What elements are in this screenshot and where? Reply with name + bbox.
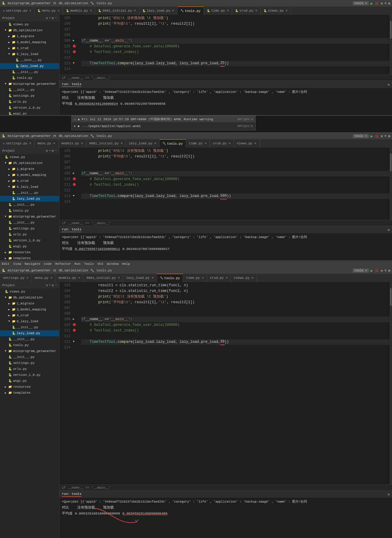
tree-item-mini-init-3[interactable]: 🐍 __init__.py [0, 354, 59, 360]
terminal-gear-2[interactable]: ⚙ [388, 228, 390, 232]
tree-item-lazyloadpy-3[interactable]: 🐍 lazy_load.py [0, 330, 59, 336]
tree-item-mini-wsgi[interactable]: 🐍 wsgi.py [0, 111, 59, 115]
tab-0001-2[interactable]: 0001_initial.py × [86, 139, 126, 148]
tree-item-init2-2[interactable]: 🐍 __init__.py [0, 202, 59, 208]
tab-crud-1[interactable]: 🐍 crud.py × [232, 7, 260, 15]
tree-item-mini-urls[interactable]: 🐍 urls.py [0, 99, 59, 105]
scrollbar-v-2[interactable] [390, 148, 392, 220]
tree-item-migrate[interactable]: ▶ 📁 1_migrate [0, 33, 59, 39]
tree-item-mini-wsgi-3[interactable]: 🐍 wsgi.py [0, 378, 59, 384]
tree-item-model-2[interactable]: ▶ 📁 3_model_mapping [0, 172, 59, 178]
tab-lazyload-3[interactable]: lazy_load.py × [123, 274, 157, 282]
tab-tools-2[interactable]: 🔧 tools.py [160, 139, 186, 148]
terminal-tab-run-2[interactable]: run: tools [62, 228, 81, 232]
tree-item-lazyload-2[interactable]: ▼ 📁 6_lazy_load [0, 184, 59, 190]
tab-crud-2[interactable]: crud.py × [210, 139, 234, 148]
tab-menu-3[interactable]: menu.py × [32, 274, 56, 282]
sidebar-icon-split[interactable]: ÷ [49, 16, 51, 20]
sidebar-icon-gear-2[interactable]: ⚙ [52, 149, 54, 153]
tools-btn-3[interactable]: tools ▾ [353, 268, 369, 273]
tree-item-views[interactable]: 🐍 views.py [0, 21, 59, 27]
tab-crud-3[interactable]: crud.py × [207, 274, 231, 282]
debug-btn-2[interactable]: 🐞 [375, 134, 379, 138]
sidebar-icon-gear-3[interactable]: ⚙ [52, 284, 54, 287]
menu-run[interactable]: Run [75, 262, 81, 266]
tree-item-crud[interactable]: ▶ 📁 4_crud [0, 45, 59, 51]
tab-lazyload-2[interactable]: lazy_load.py × [126, 139, 160, 148]
sidebar-icon-settings-3[interactable]: ⊙ [46, 284, 48, 287]
tree-item-views-3[interactable]: 🐍 views.py [0, 289, 59, 295]
tree-item-mini-urls-3[interactable]: 🐍 urls.py [0, 366, 59, 372]
menu-navigate[interactable]: Navigate [25, 262, 40, 266]
split-icon-2[interactable]: ⊞ [388, 134, 390, 138]
code-content-2[interactable]: print('对比\t 没有预加载 \t 预加载') print('平均值\t'… [78, 148, 390, 220]
tree-item-resources-2[interactable]: ▶ 📁 resources [0, 249, 59, 255]
tree-item-init2-3[interactable]: 🐍 __init__.py [0, 336, 59, 342]
tree-item-resources-3[interactable]: ▶ 📁 resources [0, 384, 59, 390]
tab-tools-1[interactable]: 🔧 tools.py [177, 7, 204, 15]
tree-item-mini-settings-3[interactable]: 🐍 settings.py [0, 360, 59, 366]
sidebar-icon-split-3[interactable]: ÷ [49, 284, 51, 287]
tree-item-dbopt-2[interactable]: ▼ 📁 db_optimization [0, 160, 59, 166]
tree-item-dbopt[interactable]: ▼ 📁 db_optimization [0, 27, 59, 33]
sidebar-icon-settings-2[interactable]: ⊙ [46, 149, 48, 153]
tree-item-mini-version[interactable]: 🐍 version_1_0.py [0, 105, 59, 111]
settings-icon-2[interactable]: ⚙ [381, 134, 383, 138]
tree-item-lazyloadpy[interactable]: 🐍 lazy_load.py [0, 63, 59, 69]
tree-item-toolspy-2[interactable]: 🐍 tools.py [0, 208, 59, 214]
settings-icon-3[interactable]: ⚙ [381, 269, 383, 273]
tree-item-templates-3[interactable]: ▶ 📁 templates [0, 390, 59, 396]
tree-item-lazyload[interactable]: ▼ 📁 6_lazy_load [0, 51, 59, 57]
tree-item-mini-urls-2[interactable]: 🐍 urls.py [0, 232, 59, 237]
sidebar-icon-menu[interactable]: − [55, 16, 57, 20]
menu-help[interactable]: Help [122, 262, 130, 266]
tab-0001-1[interactable]: 🐍 0001_initial.py × [95, 7, 139, 15]
settings-icon-1[interactable]: ⚙ [381, 1, 383, 5]
split-icon-3[interactable]: ⊞ [388, 269, 390, 273]
terminal-gear-3[interactable]: ⚙ [388, 492, 390, 496]
tab-time-2[interactable]: time.py × [186, 139, 210, 148]
tab-models-2[interactable]: models.py × [59, 139, 86, 148]
tree-item-miniprogram-2[interactable]: ▼ 📁 miniprogram_getweather [0, 214, 59, 220]
tree-item-init1-3[interactable]: 🐍 __init__.py [0, 324, 59, 330]
sidebar-icon-split-2[interactable]: ÷ [49, 149, 51, 153]
tree-item-init1[interactable]: 🐍 __init__.py [0, 57, 59, 63]
tree-item-mini-version-3[interactable]: 🐍 version_1_0.py [0, 372, 59, 378]
tab-lazyload-1[interactable]: 🐍 lazy_load.py × [139, 7, 177, 15]
tab-views-1[interactable]: 🐍 views.py × [261, 7, 291, 15]
code-content-1[interactable]: print('对比\t 没有预加载 \t 预加载') print('平均值\t'… [78, 15, 390, 75]
tab-menu-2[interactable]: menu.py × [34, 139, 58, 148]
terminal-gear-1[interactable]: ⚙ [388, 83, 390, 87]
sidebar-icon-menu-2[interactable]: − [55, 149, 57, 153]
code-content-3[interactable]: result1 = cls.statistic_run_time(func1, … [78, 282, 390, 484]
tree-item-mini-init-2[interactable]: 🐍 __init__.py [0, 220, 59, 226]
tree-item-mini-wsgi-2[interactable]: 🐍 wsgi.py [0, 243, 59, 249]
tools-btn-1[interactable]: tools ▾ [353, 1, 369, 5]
tree-item-views-2[interactable]: 🐍 views.py [0, 154, 59, 160]
tab-time-3[interactable]: time.py × [183, 274, 207, 282]
scrollbar-v-3[interactable] [390, 282, 392, 484]
menu-icon-2[interactable]: ≡ [385, 134, 387, 138]
menu-vcs[interactable]: VCS [97, 262, 103, 266]
tree-item-miniprogram-3[interactable]: ▼ 📁 miniprogram_getweather [0, 348, 59, 354]
run-btn-2[interactable]: ▶ [371, 134, 373, 139]
menu-icon-1[interactable]: ≡ [385, 1, 387, 5]
tree-item-migrate-3[interactable]: ▶ 📁 1_migrate [0, 301, 59, 306]
menu-window[interactable]: Window [107, 262, 119, 266]
tree-item-toolspy-3[interactable]: 🐍 tools.py [0, 342, 59, 348]
tree-item-dbopt-3[interactable]: ▼ 📁 db_optimization [0, 295, 59, 301]
debug-btn-3[interactable]: 🐞 [375, 269, 379, 273]
tab-tools-3[interactable]: 🔧 tools.py [157, 274, 183, 282]
tab-models-3[interactable]: models.py × [56, 274, 84, 282]
tree-item-init2[interactable]: 🐍 __init__.py [0, 69, 59, 75]
sidebar-icon-gear[interactable]: ⚙ [52, 16, 54, 20]
tree-item-init1-2[interactable]: 🐍 __init__.py [0, 190, 59, 196]
tree-item-crud-3[interactable]: ▶ 📁 4_crud [0, 312, 59, 318]
tab-views-2[interactable]: views.py × [234, 139, 260, 148]
run-btn-3[interactable]: ▶ [371, 268, 373, 273]
tab-time-1[interactable]: 🐍 time.py × [204, 7, 232, 15]
menu-view[interactable]: View [13, 262, 21, 266]
menu-edit[interactable]: Edit [2, 262, 10, 266]
debug-btn-1[interactable]: 🐞 [375, 1, 379, 5]
tab-views-3[interactable]: views.py × [231, 274, 257, 282]
